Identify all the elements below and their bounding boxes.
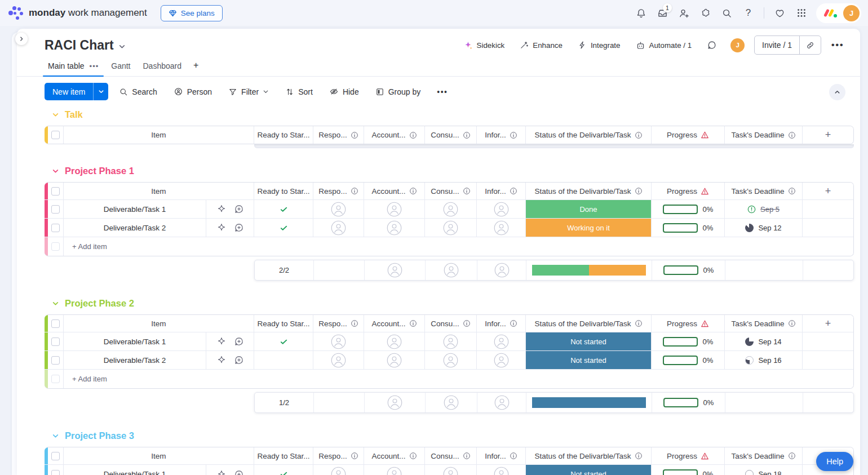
person-avatar-placeholder[interactable]	[443, 353, 458, 368]
item-name-cell[interactable]: Deliverable/Task 2	[64, 219, 254, 237]
column-header-item[interactable]: Item	[64, 447, 254, 464]
status-badge[interactable]: Done	[526, 200, 651, 218]
row-checkbox[interactable]	[48, 465, 64, 475]
person-avatar-placeholder[interactable]	[331, 467, 346, 475]
person-avatar-placeholder[interactable]	[387, 395, 402, 410]
person-avatar-placeholder[interactable]	[331, 220, 346, 236]
info-icon[interactable]	[788, 452, 796, 460]
info-icon[interactable]	[351, 319, 358, 327]
inbox-tray-icon[interactable]: 1	[653, 3, 672, 23]
column-header-informed[interactable]: Infor...	[477, 126, 526, 144]
ready-status-cell[interactable]	[254, 465, 313, 475]
ai-sparkle-icon[interactable]	[216, 469, 227, 475]
person-cell-informed[interactable]	[477, 351, 526, 369]
vibe-heart-icon[interactable]	[770, 3, 790, 23]
search-button[interactable]: Search	[113, 84, 162, 100]
info-icon[interactable]	[463, 187, 471, 195]
person-cell-informed[interactable]	[477, 465, 526, 475]
hide-columns-button[interactable]: Hide	[324, 83, 365, 100]
help-button[interactable]: Help	[816, 452, 853, 471]
status-badge[interactable]: Working on it	[526, 219, 651, 237]
invite-members-icon[interactable]	[674, 3, 694, 23]
column-header-deadline[interactable]: Task's Deadline	[725, 315, 803, 332]
person-avatar-placeholder[interactable]	[443, 467, 458, 475]
column-header-responsible[interactable]: Respo...	[313, 183, 364, 199]
column-header-status[interactable]: Status of the Delivarble/Task	[526, 183, 652, 199]
group-title[interactable]: Talk	[45, 109, 847, 120]
ready-status-cell[interactable]	[254, 332, 313, 350]
status-badge[interactable]: Not started	[526, 465, 651, 475]
warning-icon[interactable]	[701, 452, 709, 460]
column-header-informed[interactable]: Infor...	[477, 315, 526, 332]
info-icon[interactable]	[510, 452, 517, 460]
column-header-deadline[interactable]: Task's Deadline	[725, 447, 803, 464]
column-header-add[interactable]: +	[803, 315, 853, 332]
column-header-responsible[interactable]: Respo...	[313, 126, 364, 144]
ready-status-cell[interactable]	[254, 200, 313, 218]
person-cell-informed[interactable]	[477, 332, 526, 350]
person-avatar-placeholder[interactable]	[494, 334, 509, 349]
add-update-chat-icon[interactable]	[234, 223, 244, 233]
column-header-item[interactable]: Item	[64, 183, 254, 199]
invite-button[interactable]: Invite / 1	[755, 36, 799, 54]
column-header-consulted[interactable]: Consu...	[425, 183, 477, 199]
automate-button[interactable]: Automate / 1	[632, 37, 696, 54]
person-avatar-placeholder[interactable]	[387, 353, 402, 368]
warning-icon[interactable]	[701, 187, 709, 196]
info-icon[interactable]	[409, 187, 417, 195]
person-cell-informed[interactable]	[477, 219, 526, 237]
person-avatar-placeholder[interactable]	[444, 395, 459, 410]
add-item-row[interactable]: + Add item	[45, 370, 853, 388]
column-header-responsible[interactable]: Respo...	[313, 315, 364, 332]
board-member-avatar[interactable]: J	[730, 38, 745, 52]
info-icon[interactable]	[351, 131, 358, 139]
ai-sparkle-icon[interactable]	[216, 355, 227, 365]
ready-status-cell[interactable]	[254, 351, 313, 369]
marketplace-puzzle-icon[interactable]	[696, 3, 715, 23]
person-cell-responsible[interactable]	[313, 200, 364, 218]
status-badge[interactable]: Not started	[526, 351, 651, 369]
column-header-ready[interactable]: Ready to Star...	[254, 126, 313, 144]
info-icon[interactable]	[788, 187, 796, 195]
info-icon[interactable]	[635, 187, 643, 195]
enhance-wand-button[interactable]: Enhance	[516, 37, 566, 53]
warning-icon[interactable]	[701, 131, 709, 139]
ai-sparkle-icon[interactable]	[216, 223, 227, 233]
info-icon[interactable]	[409, 131, 417, 139]
sort-button[interactable]: Sort	[280, 84, 318, 100]
progress-cell[interactable]: 0%	[652, 465, 725, 475]
column-header-status[interactable]: Status of the Delivarble/Task	[526, 447, 652, 464]
tab-gantt[interactable]: Gantt	[105, 57, 136, 76]
person-avatar-placeholder[interactable]	[443, 202, 458, 217]
apps-grid-icon[interactable]	[791, 3, 811, 23]
row-checkbox[interactable]	[48, 219, 64, 237]
column-header-progress[interactable]: Progress	[652, 183, 725, 199]
info-icon[interactable]	[510, 319, 517, 327]
monday-mark-icon[interactable]	[823, 8, 837, 18]
deadline-cell[interactable]: Sep 18	[725, 465, 803, 475]
info-icon[interactable]	[788, 131, 796, 139]
info-icon[interactable]	[409, 319, 417, 327]
column-header-consulted[interactable]: Consu...	[425, 447, 477, 464]
column-header-deadline[interactable]: Task's Deadline	[725, 126, 803, 144]
row-checkbox[interactable]	[48, 200, 64, 218]
group-title[interactable]: Project Phase 1	[45, 165, 847, 176]
progress-cell[interactable]: 0%	[652, 200, 725, 218]
column-header-informed[interactable]: Infor...	[477, 183, 526, 199]
tab-options-icon[interactable]: •••	[90, 62, 99, 70]
column-header-item[interactable]: Item	[64, 126, 254, 144]
filter-button[interactable]: Filter	[223, 84, 274, 100]
column-header-status[interactable]: Status of the Delivarble/Task	[526, 315, 652, 332]
person-avatar-placeholder[interactable]	[494, 353, 509, 368]
progress-cell[interactable]: 0%	[652, 219, 725, 237]
add-item-row[interactable]: + Add item	[45, 237, 853, 256]
person-cell-informed[interactable]	[477, 200, 526, 218]
add-update-chat-icon[interactable]	[234, 336, 244, 347]
add-update-chat-icon[interactable]	[234, 469, 244, 475]
notifications-bell-icon[interactable]	[631, 3, 651, 23]
info-icon[interactable]	[463, 452, 471, 460]
warning-icon[interactable]	[701, 319, 709, 328]
column-header-accountable[interactable]: Account...	[364, 126, 425, 144]
group-by-button[interactable]: Group by	[370, 84, 427, 100]
add-column-icon[interactable]: +	[825, 318, 831, 330]
